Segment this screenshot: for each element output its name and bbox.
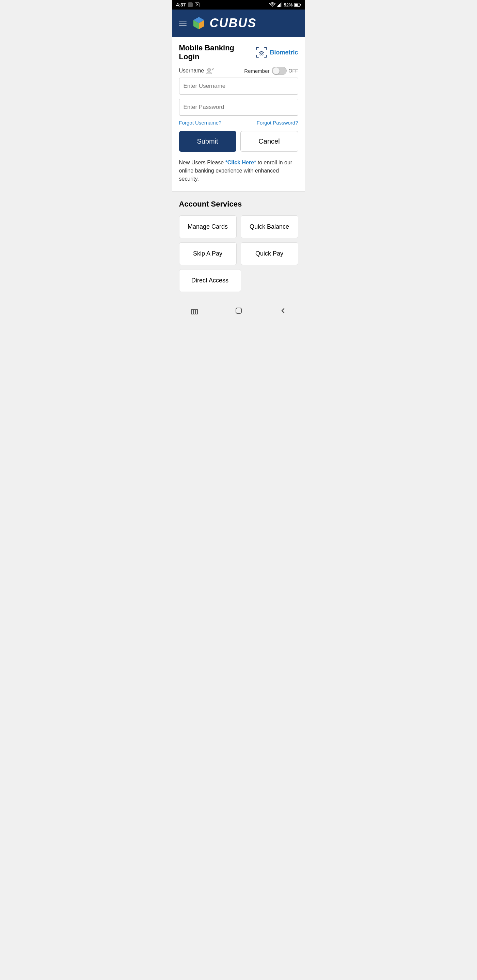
svg-rect-3 bbox=[281, 3, 282, 8]
svg-point-11 bbox=[261, 52, 263, 53]
status-bar: 4:37 ✕ 52% bbox=[172, 0, 305, 10]
login-title: Mobile Banking Login bbox=[179, 43, 256, 61]
skip-a-pay-button[interactable]: Skip A Pay bbox=[179, 242, 237, 265]
click-here-link[interactable]: *Click Here* bbox=[225, 159, 256, 165]
app-header: CUBUS bbox=[172, 10, 305, 37]
battery-icon bbox=[294, 3, 301, 7]
nav-home[interactable] bbox=[232, 304, 246, 318]
account-services-section: Account Services Manage Cards Quick Bala… bbox=[172, 192, 305, 299]
battery-percentage: 52% bbox=[284, 2, 292, 8]
svg-rect-0 bbox=[277, 6, 278, 7]
services-grid: Manage Cards Quick Balance Skip A Pay Qu… bbox=[179, 215, 298, 292]
status-right: 52% bbox=[269, 2, 301, 8]
toggle-state-label: OFF bbox=[289, 68, 298, 73]
manage-cards-button[interactable]: Manage Cards bbox=[179, 215, 237, 238]
navigation-bar bbox=[172, 299, 305, 324]
action-buttons-row: Submit Cancel bbox=[179, 131, 298, 152]
app-logo bbox=[191, 16, 206, 30]
signal-icon bbox=[277, 2, 282, 7]
cancel-button[interactable]: Cancel bbox=[240, 131, 298, 152]
svg-rect-7 bbox=[295, 4, 298, 6]
recent-apps-icon bbox=[190, 307, 198, 315]
svg-rect-6 bbox=[300, 4, 301, 6]
username-label-group: Username ✦ ✦ bbox=[179, 68, 214, 74]
username-label-text: Username bbox=[179, 68, 204, 74]
menu-button[interactable] bbox=[179, 21, 187, 25]
new-users-prefix: New Users Please bbox=[179, 159, 225, 165]
nav-recent-apps[interactable] bbox=[188, 304, 201, 318]
quick-pay-button[interactable]: Quick Pay bbox=[241, 242, 298, 265]
svg-rect-2 bbox=[279, 4, 280, 7]
home-icon bbox=[235, 307, 243, 315]
direct-access-button[interactable]: Direct Access bbox=[179, 269, 241, 292]
wifi-icon bbox=[269, 2, 276, 7]
login-header: Mobile Banking Login Biometric bbox=[179, 43, 298, 61]
notification-icon bbox=[188, 2, 193, 7]
new-users-message: New Users Please *Click Here* to enroll … bbox=[179, 159, 298, 183]
svg-rect-18 bbox=[236, 308, 241, 313]
biometric-label: Biometric bbox=[270, 49, 298, 56]
forgot-password-link[interactable]: Forgot Password? bbox=[257, 120, 298, 126]
time-display: 4:37 bbox=[176, 2, 186, 8]
user-icon: ✦ ✦ bbox=[206, 68, 214, 74]
password-input[interactable] bbox=[179, 99, 298, 116]
quick-balance-button[interactable]: Quick Balance bbox=[241, 215, 298, 238]
empty-slot bbox=[245, 269, 298, 292]
main-content: Mobile Banking Login Biometric bbox=[172, 37, 305, 299]
forgot-username-link[interactable]: Forgot Username? bbox=[179, 120, 222, 126]
username-remember-row: Username ✦ ✦ Remember OFF bbox=[179, 67, 298, 75]
services-row-3: Direct Access bbox=[179, 269, 298, 292]
services-row-1: Manage Cards Quick Balance bbox=[179, 215, 298, 238]
svg-rect-15 bbox=[191, 309, 193, 314]
username-input[interactable] bbox=[179, 78, 298, 95]
status-left: 4:37 ✕ bbox=[176, 2, 199, 8]
remember-toggle-group: Remember OFF bbox=[244, 67, 298, 75]
services-row-2: Skip A Pay Quick Pay bbox=[179, 242, 298, 265]
forgot-links-row: Forgot Username? Forgot Password? bbox=[179, 120, 298, 126]
app-name: CUBUS bbox=[210, 16, 257, 30]
close-notification-icon: ✕ bbox=[195, 2, 199, 7]
remember-toggle[interactable] bbox=[272, 67, 287, 75]
fingerprint-icon bbox=[255, 46, 268, 59]
account-services-title: Account Services bbox=[179, 200, 298, 208]
submit-button[interactable]: Submit bbox=[179, 131, 236, 152]
svg-rect-16 bbox=[193, 309, 195, 314]
svg-rect-17 bbox=[196, 309, 198, 314]
svg-rect-4 bbox=[282, 2, 282, 7]
nav-back[interactable] bbox=[276, 304, 290, 318]
svg-text:✦: ✦ bbox=[212, 68, 214, 70]
back-icon bbox=[279, 307, 287, 315]
svg-point-12 bbox=[208, 68, 211, 72]
biometric-button[interactable]: Biometric bbox=[255, 46, 298, 59]
remember-label: Remember bbox=[244, 68, 269, 74]
login-section: Mobile Banking Login Biometric bbox=[172, 37, 305, 192]
svg-rect-1 bbox=[278, 5, 279, 7]
